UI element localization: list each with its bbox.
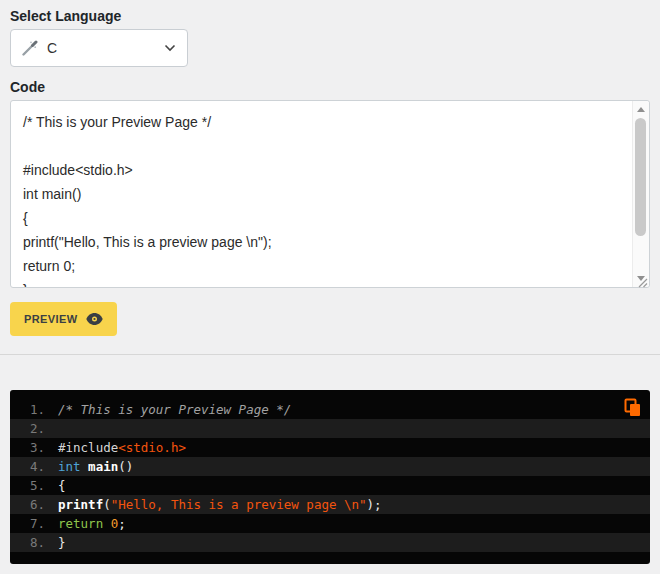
code-line: 8.}	[10, 533, 650, 552]
page: Select Language C Code /* This is your P…	[10, 8, 650, 564]
line-code: #include<stdio.h>	[58, 438, 186, 457]
copy-icon[interactable]	[624, 398, 641, 417]
line-number: 1.	[10, 400, 58, 419]
line-number: 5.	[10, 476, 58, 495]
resize-grip-icon[interactable]	[636, 274, 648, 286]
line-number: 2.	[10, 419, 58, 438]
code-line: 1./* This is your Preview Page */	[10, 400, 650, 419]
editor-scrollbar[interactable]	[632, 101, 649, 287]
code-line: 7.return 0;	[10, 514, 650, 533]
magic-wand-icon	[22, 40, 38, 56]
line-number: 8.	[10, 533, 58, 552]
eye-icon	[86, 313, 103, 325]
line-number: 4.	[10, 457, 58, 476]
code-preview-lines: 1./* This is your Preview Page */2.3.#in…	[10, 400, 650, 552]
code-line: 4.int main()	[10, 457, 650, 476]
code-editor: /* This is your Preview Page */ #include…	[10, 100, 650, 288]
line-code: printf("Hello, This is a preview page \n…	[58, 495, 382, 514]
scrollbar-thumb[interactable]	[635, 118, 646, 236]
code-label: Code	[10, 79, 650, 95]
language-select-value: C	[47, 40, 57, 56]
line-number: 3.	[10, 438, 58, 457]
chevron-down-icon	[164, 44, 176, 52]
line-code: /* This is your Preview Page */	[58, 400, 291, 419]
line-code: {	[58, 476, 66, 495]
language-select[interactable]: C	[10, 29, 188, 67]
line-number: 6.	[10, 495, 58, 514]
code-preview-panel: 1./* This is your Preview Page */2.3.#in…	[10, 390, 650, 564]
code-line: 2.	[10, 419, 650, 438]
line-code: return 0;	[58, 514, 126, 533]
line-code: }	[58, 533, 66, 552]
code-line: 5.{	[10, 476, 650, 495]
line-number: 7.	[10, 514, 58, 533]
preview-button[interactable]: PREVIEW	[10, 302, 117, 336]
scrollbar-up-arrow-icon[interactable]	[633, 102, 649, 117]
divider	[0, 354, 660, 355]
code-line: 6.printf("Hello, This is a preview page …	[10, 495, 650, 514]
code-textarea[interactable]: /* This is your Preview Page */ #include…	[10, 100, 650, 288]
preview-button-label: PREVIEW	[24, 313, 78, 325]
line-code: int main()	[58, 457, 133, 476]
code-line: 3.#include<stdio.h>	[10, 438, 650, 457]
select-language-label: Select Language	[10, 8, 650, 24]
